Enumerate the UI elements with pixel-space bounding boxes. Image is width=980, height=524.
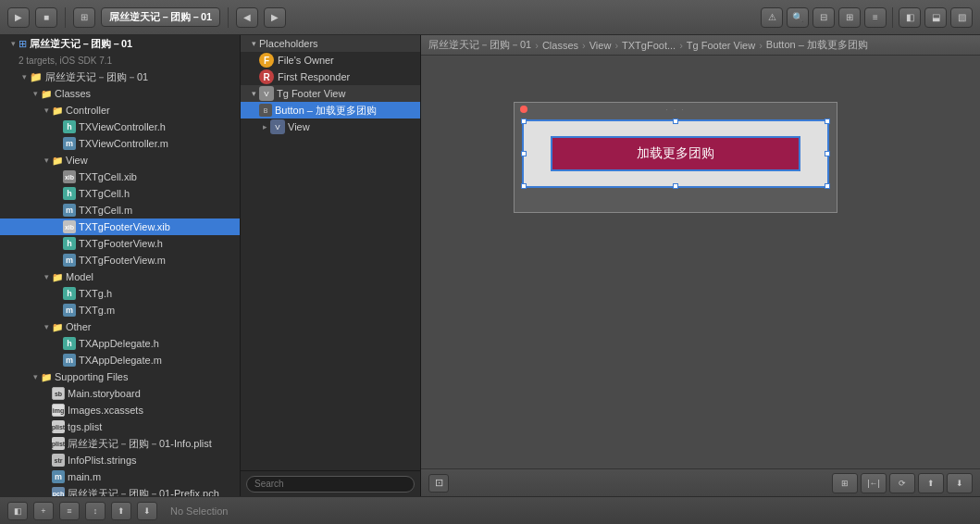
sidebar-item-txtgfooterview-h[interactable]: ▾ h TXTgFooterView.h — [0, 235, 240, 252]
outline-item-first-responder[interactable]: R First Responder — [241, 69, 420, 85]
expand-btn[interactable]: ⬆ — [111, 502, 131, 520]
vc-icon: V — [259, 86, 274, 101]
run-button[interactable]: ▶ — [7, 7, 30, 28]
sidebar-item-controller[interactable]: ▾ 📁 Controller — [0, 102, 240, 119]
outline-panel: ▾ Placeholders F File's Owner R First Re… — [241, 35, 421, 496]
sidebar-item-targets: 2 targets, iOS SDK 7.1 — [0, 52, 240, 69]
panel-toggle-btn[interactable]: ◧ — [7, 502, 28, 520]
sidebar-item-root-folder[interactable]: ▾ 📁 屌丝逆天记－团购－01 — [0, 69, 240, 85]
sidebar-item-prefix-pch[interactable]: ▾ pch 屌丝逆天记－团购－01-Prefix.pch — [0, 485, 240, 496]
m-file-icon: m — [63, 204, 76, 217]
breadcrumb-tg-footer-view[interactable]: Tg Footer View — [687, 40, 755, 51]
bottom-status-bar: ◧ + ≡ ↕ ⬆ ⬇ No Selection — [0, 496, 980, 524]
outline-item-button[interactable]: B Button – 加载更多团购 — [241, 102, 420, 119]
sidebar-item-txtgfooterview-xib[interactable]: ▾ xib TXTgFooterView.xib — [0, 218, 240, 235]
sidebar-item-supporting-files[interactable]: ▾ 📁 Supporting Files — [0, 368, 240, 385]
canvas-area: 屌丝逆天记－团购－01 › Classes › View › TXTgFoot.… — [421, 35, 980, 496]
sidebar-item-project[interactable]: ▾ ⊞ 屌丝逆天记－团购－01 — [0, 35, 240, 52]
filter-btn[interactable]: ≡ — [59, 502, 80, 520]
sidebar-item-txappdelegate-m[interactable]: ▾ m TXAppDelegate.m — [0, 352, 240, 368]
selection-handle-bl — [521, 183, 527, 189]
sidebar-item-model[interactable]: ▾ 📁 Model — [0, 268, 240, 285]
sidebar-item-main-m[interactable]: ▾ m main.m — [0, 468, 240, 485]
breadcrumb-txtgfoot[interactable]: TXTgFoot... — [622, 40, 676, 51]
h-file-icon: h — [63, 287, 76, 300]
panel-bottom-btn[interactable]: ⬓ — [924, 7, 947, 28]
sidebar-item-txtg-m[interactable]: ▾ m TXTg.m — [0, 302, 240, 318]
breadcrumb-button[interactable]: Button – 加载更多团购 — [766, 38, 868, 52]
layout-resize-btn[interactable]: ⬆ — [918, 473, 944, 493]
sidebar-item-classes[interactable]: ▾ 📁 Classes — [0, 85, 240, 102]
selection-handle-tl — [521, 119, 527, 124]
layout-resolve-btn[interactable]: ⟳ — [889, 473, 915, 493]
xib-title-bar: · · · — [515, 103, 837, 116]
zoom-fit-icon[interactable]: ⊡ — [428, 474, 449, 493]
scheme-button[interactable]: ⊞ — [73, 7, 95, 28]
sidebar-item-txappdelegate-h[interactable]: ▾ h TXAppDelegate.h — [0, 335, 240, 352]
warning-btn[interactable]: ⚠ — [761, 7, 783, 28]
sidebar-item-images-xcassets[interactable]: ▾ img Images.xcassets — [0, 402, 240, 418]
top-toolbar: ▶ ■ ⊞ 屌丝逆天记－团购－01 ◀ ▶ ⚠ 🔍 ⊟ ⊞ ≡ ◧ ⬓ ▧ — [0, 0, 980, 35]
stop-button[interactable]: ■ — [35, 7, 57, 28]
sidebar-item-info-plist[interactable]: ▾ plist 屌丝逆天记－团购－01-Info.plist — [0, 435, 240, 452]
canvas-button[interactable]: 加载更多团购 — [551, 136, 800, 171]
layout-embed-btn[interactable]: ⬇ — [947, 473, 973, 493]
sort-btn[interactable]: ↕ — [85, 502, 105, 520]
outline-section-placeholders[interactable]: ▾ Placeholders — [241, 35, 420, 52]
outline-item-files-owner[interactable]: F File's Owner — [241, 52, 420, 69]
sidebar-item-txtgcell-xib[interactable]: ▾ xib TXTgCell.xib — [0, 168, 240, 185]
xib-canvas: · · · 加载更多团购 — [514, 102, 837, 213]
disclosure-icon: ▾ — [41, 322, 52, 331]
sidebar-item-other[interactable]: ▾ 📁 Other — [0, 318, 240, 335]
breadcrumb-project[interactable]: 屌丝逆天记－团购－01 — [428, 38, 531, 52]
toolbar-right: ⚠ 🔍 ⊟ ⊞ ≡ ◧ ⬓ ▧ — [761, 7, 973, 28]
disclosure-icon: ▾ — [41, 106, 52, 115]
canvas-content: · · · 加载更多团购 — [421, 56, 980, 468]
sidebar-item-tgs-plist[interactable]: ▾ plist tgs.plist — [0, 418, 240, 435]
back-button[interactable]: ◀ — [236, 7, 258, 28]
sidebar-item-txviewcontroller-m[interactable]: ▾ m TXViewController.m — [0, 135, 240, 152]
main-area: ▾ ⊞ 屌丝逆天记－团购－01 2 targets, iOS SDK 7.1 ▾… — [0, 35, 980, 496]
sidebar-item-txtgcell-m[interactable]: ▾ m TXTgCell.m — [0, 202, 240, 218]
sidebar-item-txtg-h[interactable]: ▾ h TXTg.h — [0, 285, 240, 302]
layout-btn-2[interactable]: ⊞ — [838, 7, 861, 28]
breadcrumb-view[interactable]: View — [589, 40, 612, 51]
breadcrumb-classes[interactable]: Classes — [542, 40, 578, 51]
panel-right-btn[interactable]: ▧ — [950, 7, 973, 28]
outline-item-view[interactable]: ▸ V View — [241, 119, 420, 135]
h-file-icon: h — [63, 237, 76, 250]
forward-button[interactable]: ▶ — [264, 7, 286, 28]
panel-left-btn[interactable]: ◧ — [899, 7, 921, 28]
file-label: TXAppDelegate.m — [79, 355, 162, 366]
folder-icon: 📁 — [41, 372, 52, 382]
file-label: TXViewController.h — [79, 121, 166, 132]
file-label: TXTgFooterView.xib — [79, 221, 170, 232]
m-file-icon: m — [63, 254, 76, 267]
layout-align-btn[interactable]: ⊞ — [832, 473, 858, 493]
controller-label: Controller — [66, 105, 110, 116]
sidebar-item-infoplist-strings[interactable]: ▾ str InfoPlist.strings — [0, 452, 240, 468]
layout-pin-btn[interactable]: |←| — [861, 473, 887, 493]
sidebar-item-txtgfooterview-m[interactable]: ▾ m TXTgFooterView.m — [0, 252, 240, 268]
collapse-btn[interactable]: ⬇ — [137, 502, 157, 520]
layout-icons: ⊞ |←| ⟳ ⬆ ⬇ — [832, 473, 973, 493]
root-folder-label: 屌丝逆天记－团购－01 — [45, 70, 148, 84]
m-file-icon: m — [63, 137, 76, 150]
outline-section-tg-footer[interactable]: ▾ V Tg Footer View — [241, 85, 420, 102]
file-label: Images.xcassets — [68, 405, 143, 416]
sidebar-item-txviewcontroller-h[interactable]: ▾ h TXViewController.h — [0, 119, 240, 135]
project-selector[interactable]: 屌丝逆天记－团购－01 — [101, 7, 220, 27]
project-icon: ⊞ — [19, 38, 27, 50]
xib-file-icon: xib — [63, 220, 76, 233]
sidebar-item-main-storyboard[interactable]: ▾ sb Main.storyboard — [0, 385, 240, 402]
layout-btn-1[interactable]: ⊟ — [813, 7, 835, 28]
outline-search-input[interactable] — [246, 476, 415, 493]
placeholders-label: Placeholders — [259, 38, 318, 49]
search-icon[interactable]: 🔍 — [787, 7, 809, 28]
toolbar-divider-3 — [892, 7, 893, 28]
add-file-btn[interactable]: + — [33, 502, 54, 520]
sidebar-item-view-folder[interactable]: ▾ 📁 View — [0, 152, 240, 168]
layout-btn-3[interactable]: ≡ — [864, 7, 887, 28]
supporting-files-label: Supporting Files — [55, 371, 129, 382]
sidebar-item-txtgcell-h[interactable]: ▾ h TXTgCell.h — [0, 185, 240, 202]
